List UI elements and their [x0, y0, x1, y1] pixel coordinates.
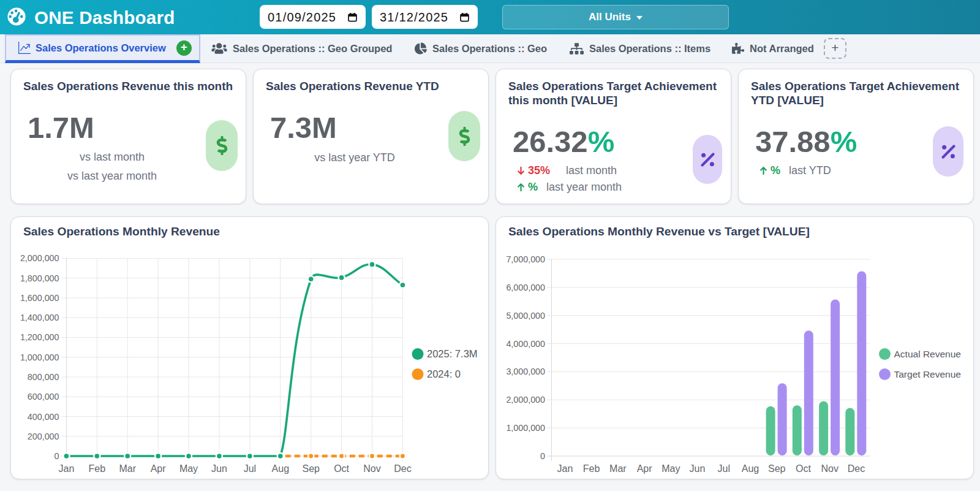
- svg-text:1,200,000: 1,200,000: [20, 332, 59, 342]
- svg-text:Target Revenue: Target Revenue: [894, 369, 961, 379]
- svg-text:Jul: Jul: [718, 463, 730, 474]
- svg-text:0: 0: [55, 451, 59, 461]
- svg-text:Nov: Nov: [821, 463, 838, 474]
- svg-text:2024: 0: 2024: 0: [427, 368, 461, 379]
- svg-text:Jan: Jan: [557, 463, 573, 474]
- svg-text:2025: 7.3M: 2025: 7.3M: [427, 348, 478, 359]
- svg-text:Jul: Jul: [244, 463, 256, 474]
- svg-text:Actual Revenue: Actual Revenue: [894, 349, 961, 359]
- svg-text:Sep: Sep: [302, 463, 320, 474]
- svg-text:1,000,000: 1,000,000: [506, 423, 545, 433]
- svg-text:1,600,000: 1,600,000: [20, 293, 59, 303]
- svg-text:1,800,000: 1,800,000: [20, 273, 59, 283]
- svg-text:Aug: Aug: [272, 463, 289, 474]
- svg-text:4,000,000: 4,000,000: [506, 339, 545, 349]
- svg-text:1,400,000: 1,400,000: [20, 313, 59, 322]
- svg-text:May: May: [179, 463, 198, 474]
- svg-text:Jan: Jan: [59, 463, 75, 474]
- svg-text:Feb: Feb: [89, 463, 106, 474]
- svg-text:Apr: Apr: [637, 463, 653, 474]
- svg-text:Jun: Jun: [211, 463, 227, 474]
- svg-text:Jun: Jun: [690, 463, 706, 474]
- svg-text:3,000,000: 3,000,000: [506, 367, 545, 376]
- svg-text:6,000,000: 6,000,000: [506, 283, 545, 292]
- svg-text:5,000,000: 5,000,000: [506, 311, 545, 321]
- svg-text:800,000: 800,000: [28, 372, 59, 382]
- svg-text:400,000: 400,000: [28, 412, 59, 422]
- svg-text:7,000,000: 7,000,000: [506, 254, 545, 264]
- svg-text:Apr: Apr: [151, 463, 167, 474]
- svg-text:Aug: Aug: [742, 463, 759, 474]
- svg-text:Dec: Dec: [848, 463, 865, 474]
- svg-text:200,000: 200,000: [28, 432, 59, 441]
- svg-text:2,000,000: 2,000,000: [20, 253, 59, 263]
- svg-text:Oct: Oct: [334, 463, 349, 474]
- svg-text:600,000: 600,000: [28, 392, 59, 402]
- svg-text:Feb: Feb: [583, 463, 600, 474]
- svg-text:1,000,000: 1,000,000: [20, 352, 59, 362]
- svg-text:Mar: Mar: [119, 463, 136, 474]
- svg-text:Oct: Oct: [796, 463, 811, 474]
- svg-text:Mar: Mar: [609, 463, 627, 474]
- svg-text:Nov: Nov: [363, 463, 380, 474]
- svg-text:0: 0: [540, 451, 545, 461]
- svg-text:2,000,000: 2,000,000: [506, 395, 545, 405]
- svg-text:May: May: [662, 463, 680, 474]
- svg-text:Dec: Dec: [394, 463, 411, 474]
- svg-text:Sep: Sep: [768, 463, 786, 474]
